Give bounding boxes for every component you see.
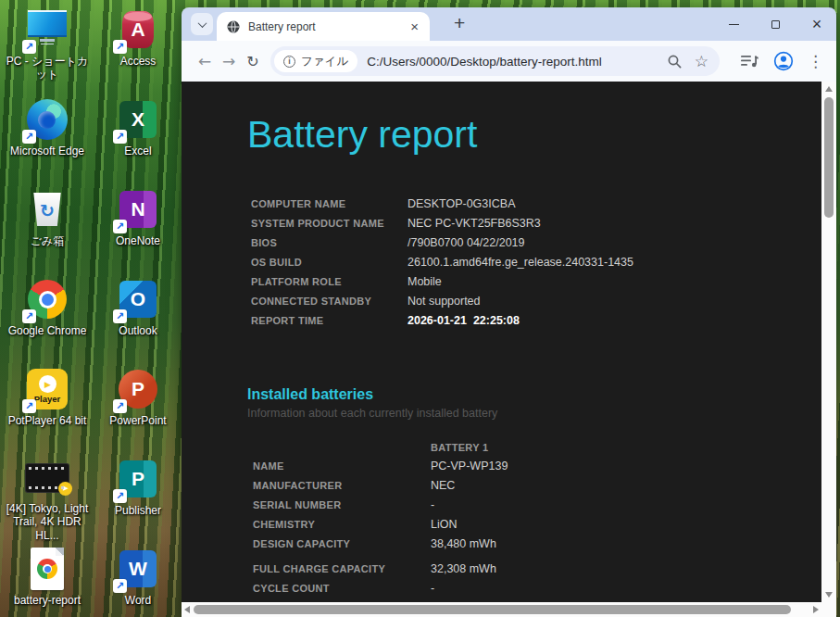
desktop-icon-recycle-bin[interactable]: ↻ ごみ箱: [2, 183, 93, 272]
bookmark-star-button[interactable]: ☆: [695, 52, 708, 70]
maximize-icon: [771, 20, 780, 29]
close-button[interactable]: ×: [810, 18, 823, 31]
info-icon: i: [283, 56, 295, 68]
vertical-scrollbar-thumb[interactable]: [824, 97, 834, 218]
desktop-icon-battery-report-file[interactable]: battery-report: [2, 542, 93, 617]
shortcut-arrow-icon: ↗: [113, 220, 127, 233]
desktop-icon-pc-shortcut[interactable]: ↗ PC - ショートカット: [2, 3, 93, 93]
minimize-icon: [729, 24, 739, 25]
battery-report-page: Battery report COMPUTER NAME DESKTOP-0G3…: [182, 82, 821, 602]
profile-button[interactable]: [773, 51, 794, 71]
browser-window: Battery report × + × ← → ↻ i ファイル C:/Use…: [182, 7, 836, 617]
battery-label: NAME: [253, 460, 431, 472]
shortcut-arrow-icon: ↗: [113, 309, 127, 323]
zoom-search-button[interactable]: [667, 54, 683, 69]
scroll-left-arrow[interactable]: [184, 606, 190, 613]
new-tab-button[interactable]: +: [448, 10, 470, 36]
browser-toolbar: ← → ↻ i ファイル C:/Users/0000/Desktop/batte…: [182, 41, 836, 82]
shortcut-arrow-icon: ↗: [22, 399, 36, 413]
info-value: DESKTOP-0G3ICBA: [407, 197, 821, 210]
potplayer-icon: ▶ Player ↗: [25, 367, 69, 411]
html-file-icon: [25, 547, 69, 591]
powerpoint-icon: P ↗: [116, 367, 160, 411]
pc-monitor-icon: ↗: [25, 7, 69, 52]
tab-battery-report[interactable]: Battery report ×: [217, 12, 430, 41]
info-label: SYSTEM PRODUCT NAME: [251, 218, 407, 229]
desktop-icon-video-file[interactable]: ▶ [4K] Tokyo, Light Trail, 4K HDR HL...: [2, 452, 93, 542]
desktop-icon-word[interactable]: W ↗ Word: [93, 542, 183, 617]
profile-avatar-icon: [773, 51, 794, 71]
battery-value: 38,480 mWh: [431, 537, 821, 550]
scroll-right-arrow[interactable]: [813, 606, 819, 613]
desktop-icon-edge[interactable]: ↗ Microsoft Edge: [2, 93, 93, 183]
shortcut-arrow-icon: ↗: [22, 40, 36, 54]
desktop-icon-excel[interactable]: X ↗ Excel: [93, 93, 183, 183]
desktop-icon-onenote[interactable]: N ↗ OneNote: [93, 183, 183, 272]
edge-icon: ↗: [25, 97, 69, 142]
maximize-button[interactable]: [769, 18, 782, 31]
desktop-icon-label: PotPlayer 64 bit: [8, 414, 87, 427]
shortcut-arrow-icon: ↗: [113, 579, 127, 593]
video-file-icon: ▶: [25, 457, 69, 499]
shortcut-arrow-icon: ↗: [113, 399, 127, 413]
battery-value: LiON: [431, 518, 821, 531]
access-icon: A ↗: [116, 7, 160, 52]
scroll-up-arrow[interactable]: [825, 86, 833, 92]
tab-search-button[interactable]: [191, 13, 213, 35]
reading-list-button[interactable]: [741, 54, 759, 69]
refresh-button[interactable]: ↻: [241, 53, 265, 70]
window-controls: ×: [727, 7, 823, 41]
battery-label: SERIAL NUMBER: [253, 499, 431, 510]
desktop-icon-potplayer[interactable]: ▶ Player ↗ PotPlayer 64 bit: [2, 362, 93, 452]
chrome-icon: [37, 559, 57, 579]
excel-icon: X ↗: [116, 97, 160, 142]
browser-menu-button[interactable]: ⋮: [808, 52, 823, 70]
address-bar[interactable]: i ファイル C:/Users/0000/Desktop/battery-rep…: [270, 46, 720, 76]
minimize-button[interactable]: [727, 18, 740, 31]
section-heading: Installed batteries: [247, 386, 821, 403]
desktop-icon-access[interactable]: A ↗ Access: [93, 3, 183, 93]
desktop-icon-chrome[interactable]: ↗ Google Chrome: [2, 272, 93, 362]
section-subtitle: Information about each currently install…: [247, 407, 821, 420]
info-label: CONNECTED STANDBY: [251, 296, 407, 307]
page-area: Battery report COMPUTER NAME DESKTOP-0G3…: [182, 82, 836, 617]
info-label: OS BUILD: [251, 257, 407, 268]
desktop-icon-label: ごみ箱: [31, 234, 65, 247]
page-title: Battery report: [247, 113, 821, 157]
scroll-down-arrow[interactable]: [825, 592, 833, 598]
publisher-icon: P ↗: [116, 457, 160, 501]
system-info-table: COMPUTER NAME DESKTOP-0G3ICBA SYSTEM PRO…: [251, 197, 821, 327]
desktop-icon-outlook[interactable]: O ↗ Outlook: [93, 272, 183, 362]
vertical-scrollbar[interactable]: [821, 82, 836, 602]
info-label: REPORT TIME: [251, 315, 407, 326]
back-button[interactable]: ←: [193, 52, 217, 70]
desktop-icon-label: PC - ショートカット: [3, 55, 92, 82]
tab-close-button[interactable]: ×: [408, 19, 420, 34]
globe-favicon-icon: [226, 19, 241, 34]
battery-value: -: [431, 582, 821, 595]
forward-button[interactable]: →: [217, 52, 241, 70]
info-label: COMPUTER NAME: [251, 198, 407, 209]
desktop-icon-label: battery-report: [14, 594, 81, 607]
battery-label: FULL CHARGE CAPACITY: [253, 558, 431, 574]
close-icon: ×: [812, 18, 822, 31]
desktop-wallpaper: ↗ PC - ショートカット A ↗ Access ↗ Microsoft Ed…: [0, 0, 840, 617]
recycle-bin-icon: ↻: [25, 187, 69, 232]
report-time-value: 2026-01-21 22:25:08: [407, 314, 821, 327]
shortcut-arrow-icon: ↗: [22, 309, 36, 323]
battery-label: CYCLE COUNT: [253, 583, 431, 594]
desktop-icon-powerpoint[interactable]: P ↗ PowerPoint: [93, 362, 183, 452]
onenote-icon: N ↗: [116, 187, 160, 232]
horizontal-scrollbar[interactable]: [182, 602, 821, 617]
installed-batteries-table: BATTERY 1 NAME PC-VP-WP139 MANUFACTURER …: [253, 442, 821, 595]
desktop-icon-publisher[interactable]: P ↗ Publisher: [93, 452, 183, 542]
site-info-chip[interactable]: i ファイル: [274, 50, 357, 72]
battery-label: MANUFACTURER: [253, 480, 431, 491]
horizontal-scrollbar-thumb[interactable]: [194, 605, 791, 614]
desktop-icon-label: Outlook: [119, 324, 157, 337]
shortcut-arrow-icon: ↗: [113, 130, 127, 144]
desktop-icon-label: PowerPoint: [109, 414, 166, 427]
search-icon: [667, 54, 683, 69]
battery-value: 32,308 mWh: [431, 557, 821, 575]
shortcut-arrow-icon: ↗: [113, 40, 127, 54]
